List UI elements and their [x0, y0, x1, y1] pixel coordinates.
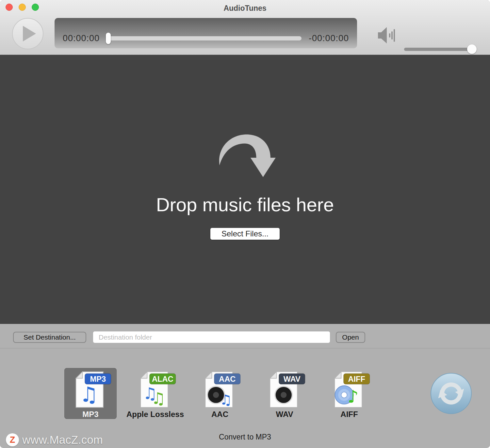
- svg-text:AIFF: AIFF: [348, 375, 365, 383]
- drop-message: Drop music files here: [156, 195, 334, 214]
- macz-logo-icon: Z: [6, 433, 19, 446]
- seek-slider-thumb[interactable]: [106, 33, 111, 44]
- format-tile-alac[interactable]: ♫ ♫ ALAC Apple Lossless: [129, 368, 181, 419]
- title-bar: AudioTunes: [0, 0, 490, 16]
- speaker-icon: [378, 26, 397, 44]
- format-label: AAC: [211, 410, 228, 419]
- player-display: 00:00:00 -00:00:00: [55, 18, 357, 48]
- open-destination-button[interactable]: Open: [336, 332, 365, 343]
- select-files-button[interactable]: Select Files...: [210, 228, 280, 240]
- elapsed-time: 00:00:00: [63, 33, 100, 43]
- drop-zone[interactable]: Drop music files here Select Files...: [0, 55, 490, 324]
- svg-text:WAV: WAV: [284, 375, 301, 383]
- alac-file-icon: ♫ ♫ ALAC: [132, 370, 178, 410]
- format-panel: ♫ MP3 MP3 ♫ ♫ ALAC Apple Lossless: [0, 348, 490, 448]
- app-window: AudioTunes 00:00:00 -00:00:00: [0, 0, 490, 448]
- play-icon: [23, 26, 36, 41]
- music-note-icon: ♫: [151, 389, 166, 408]
- format-tile-aiff[interactable]: ♪ AIFF AIFF: [323, 368, 375, 419]
- format-label: Apple Lossless: [126, 410, 184, 419]
- drop-arrow-icon: [214, 129, 276, 181]
- format-tile-aac[interactable]: ♫ AAC AAC: [194, 368, 246, 419]
- remaining-time: -00:00:00: [309, 33, 349, 43]
- volume-slider-knob[interactable]: [467, 44, 477, 54]
- svg-text:ALAC: ALAC: [152, 375, 173, 383]
- set-destination-button[interactable]: Set Destination...: [13, 332, 86, 343]
- music-note-icon: ♪: [348, 387, 359, 407]
- watermark: Z www.MacZ.com: [6, 433, 103, 446]
- play-button[interactable]: [12, 18, 43, 49]
- aiff-file-icon: ♪ AIFF: [326, 370, 372, 410]
- aac-file-icon: ♫ AAC: [197, 370, 243, 410]
- speaker-cone-icon: [274, 386, 293, 404]
- convert-button[interactable]: [430, 373, 472, 414]
- seek-slider[interactable]: [107, 36, 302, 40]
- music-note-icon: ♫: [80, 382, 98, 407]
- player-toolbar: 00:00:00 -00:00:00: [0, 16, 490, 55]
- window-title: AudioTunes: [0, 0, 490, 16]
- volume-slider[interactable]: [404, 48, 472, 51]
- wav-file-icon: WAV: [262, 370, 307, 410]
- convert-sync-icon: [430, 373, 472, 414]
- format-tile-mp3[interactable]: ♫ MP3 MP3: [64, 368, 117, 419]
- mp3-file-icon: ♫ MP3: [68, 370, 113, 410]
- svg-text:AAC: AAC: [219, 375, 236, 383]
- destination-folder-input[interactable]: [93, 331, 330, 343]
- format-label: AIFF: [340, 410, 358, 419]
- destination-bar: Set Destination... Open: [0, 324, 490, 348]
- svg-text:MP3: MP3: [90, 375, 106, 383]
- format-row: ♫ MP3 MP3 ♫ ♫ ALAC Apple Lossless: [64, 368, 375, 419]
- format-tile-wav[interactable]: WAV WAV: [258, 368, 311, 419]
- format-label: MP3: [82, 410, 98, 419]
- watermark-text: www.MacZ.com: [22, 433, 103, 446]
- format-label: WAV: [276, 410, 293, 419]
- music-note-icon: ♫: [220, 392, 232, 408]
